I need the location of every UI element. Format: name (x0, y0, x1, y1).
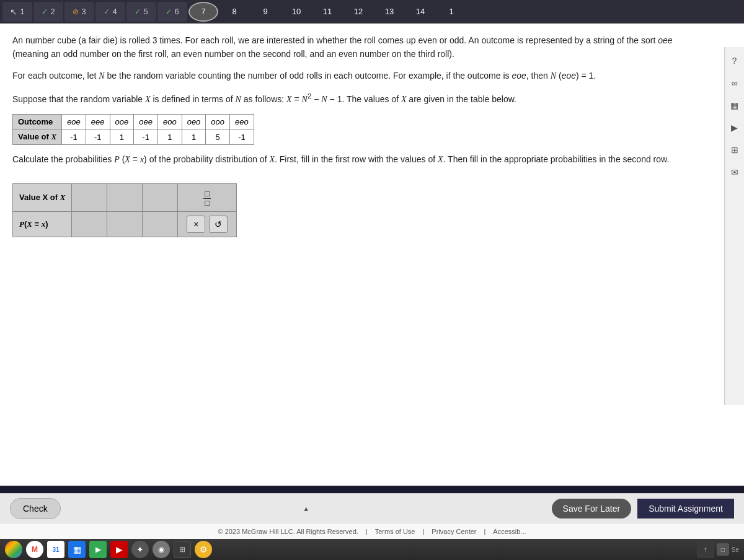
terms-link[interactable]: Terms of Use (375, 528, 415, 535)
outcome-eeo: eeo (230, 115, 254, 129)
right-sidebar: ? ∞ ▦ ▶ ⊞ ✉ (724, 47, 744, 405)
dist-x-input-1[interactable] (72, 183, 107, 212)
submit-assignment-button[interactable]: Submit Assignment (637, 499, 734, 518)
dist-value-label: Value X of X (13, 183, 72, 212)
nav-item-11[interactable]: 11 (312, 2, 342, 22)
nav-item-10[interactable]: 10 (281, 2, 311, 22)
dist-prob-field-2[interactable] (113, 216, 136, 233)
dist-x-field-3[interactable] (149, 189, 171, 206)
footer-sep-1: | (366, 528, 368, 535)
footer-sep-2: | (422, 528, 424, 535)
value-ooo: 5 (206, 129, 230, 145)
infinity-icon[interactable]: ∞ (727, 76, 742, 90)
play-icon[interactable]: ▶ (727, 120, 742, 135)
check-icon-5: ✓ (135, 7, 141, 16)
nav-item-6[interactable]: ✓ 6 (157, 2, 187, 22)
outcome-oee: oee (134, 115, 158, 129)
dist-prob-field-3[interactable] (149, 216, 171, 233)
outcome-ooe: ooe (110, 115, 134, 129)
distribution-table: Value X of X □ □ (12, 183, 237, 238)
outcome-eoo: eoo (157, 115, 182, 129)
warning-icon: ⊘ (73, 7, 79, 16)
nav-item-15[interactable]: 1 (436, 2, 466, 22)
taskbar-upload-icon[interactable]: ↑ (697, 541, 714, 558)
privacy-link[interactable]: Privacy Center (432, 528, 476, 535)
chrome-icon[interactable] (5, 541, 22, 558)
drive-icon[interactable]: ▦ (68, 541, 86, 558)
outcome-eee: eee (86, 115, 110, 129)
dist-x-field-2[interactable] (113, 189, 136, 206)
value-oee: -1 (134, 129, 158, 145)
dist-x-field-1[interactable] (78, 189, 100, 206)
nav-item-13[interactable]: 13 (374, 2, 404, 22)
dist-prob-input-3[interactable] (143, 212, 178, 237)
outcome-label: Outcome (13, 115, 62, 129)
misc-icon-3[interactable]: ⊞ (174, 541, 191, 558)
value-of-x-label: Value of X (13, 129, 62, 145)
nav-item-3[interactable]: ⊘ 3 (64, 2, 94, 22)
accessibility-link[interactable]: Accessib... (493, 528, 526, 535)
dist-prob-input-1[interactable] (72, 212, 107, 237)
check-icon-6: ✓ (166, 7, 172, 16)
nav-item-12[interactable]: 12 (343, 2, 373, 22)
value-oeo: 1 (182, 129, 206, 145)
nav-item-4[interactable]: ✓ 4 (95, 2, 125, 22)
problem-paragraph-1: An number cube (a fair die) is rolled 3 … (12, 33, 709, 61)
settings-icon[interactable]: ⚙ (195, 541, 212, 558)
value-ooe: 1 (110, 129, 134, 145)
grid-icon[interactable]: ⊞ (727, 142, 742, 157)
youtube-icon[interactable]: ▶ (110, 541, 128, 558)
meet-icon[interactable]: ▶ (89, 541, 107, 558)
nav-item-2[interactable]: ✓ 2 (33, 2, 63, 22)
undo-button[interactable]: ↺ (209, 216, 228, 233)
cursor-indicator: ▲ (303, 505, 309, 512)
dist-x-input-2[interactable] (107, 183, 143, 212)
dist-prob-input-2[interactable] (107, 212, 143, 237)
misc-icon-1[interactable]: ✦ (131, 541, 149, 558)
taskbar: M 31 ▦ ▶ ▶ ✦ ◉ ⊞ ⚙ ↑ □ Se (0, 539, 744, 560)
page-footer: © 2023 McGraw Hill LLC. All Rights Reser… (0, 523, 744, 539)
bottom-toolbar: Check ▲ Save For Later Submit Assignment (0, 493, 744, 523)
email-icon[interactable]: ✉ (727, 165, 742, 180)
value-eee: -1 (86, 129, 110, 145)
x-button[interactable]: × (187, 216, 205, 233)
main-content: An number cube (a fair die) is rolled 3 … (0, 24, 744, 486)
outcome-oeo: oeo (182, 115, 206, 129)
nav-item-9[interactable]: 9 (250, 2, 280, 22)
check-icon: ✓ (42, 7, 48, 16)
check-icon-4: ✓ (104, 7, 110, 16)
nav-item-1[interactable]: ↖ 1 (2, 2, 32, 22)
dist-fraction-display: □ □ (178, 183, 237, 212)
problem-paragraph-2: For each outcome, let N be the random va… (12, 69, 709, 83)
misc-icon-2[interactable]: ◉ (153, 541, 170, 558)
dist-prob-label: P(X = x) (13, 212, 72, 237)
value-eoo: 1 (157, 129, 182, 145)
right-action-buttons: Save For Later Submit Assignment (552, 499, 734, 518)
problem-paragraph-3: Suppose that the random variable X is de… (12, 90, 709, 107)
top-navigation: ↖ 1 ✓ 2 ⊘ 3 ✓ 4 ✓ 5 ✓ 6 7 (0, 0, 744, 24)
value-eoe: -1 (62, 129, 86, 145)
question-mark-icon[interactable]: ? (727, 53, 742, 68)
nav-item-5[interactable]: ✓ 5 (126, 2, 156, 22)
copyright-text: © 2023 McGraw Hill LLC. All Rights Reser… (218, 528, 358, 535)
taskbar-label: Se (732, 546, 739, 553)
fraction-icon: □ □ (203, 190, 211, 208)
outcome-ooo: ooo (206, 115, 230, 129)
nav-item-7[interactable]: 7 (188, 2, 218, 22)
dist-prob-field-1[interactable] (78, 216, 100, 233)
nav-item-14[interactable]: 14 (405, 2, 435, 22)
table-icon[interactable]: ▦ (727, 98, 742, 113)
value-eeo: -1 (230, 129, 254, 145)
nav-item-8[interactable]: 8 (219, 2, 249, 22)
dist-action-cell: × ↺ (178, 212, 237, 237)
dist-x-input-3[interactable] (143, 183, 178, 212)
footer-sep-3: | (484, 528, 485, 535)
calendar-icon[interactable]: 31 (47, 541, 64, 558)
nav-items-container: ↖ 1 ✓ 2 ⊘ 3 ✓ 4 ✓ 5 ✓ 6 7 (2, 2, 742, 22)
save-for-later-button[interactable]: Save For Later (552, 499, 632, 518)
gmail-icon[interactable]: M (26, 541, 43, 558)
outcome-table: Outcome eoe eee ooe oee eoo oeo ooo eeo … (12, 114, 254, 145)
taskbar-window-icon[interactable]: □ (717, 543, 729, 556)
check-button[interactable]: Check (10, 498, 61, 519)
outcome-eoe: eoe (62, 115, 86, 129)
